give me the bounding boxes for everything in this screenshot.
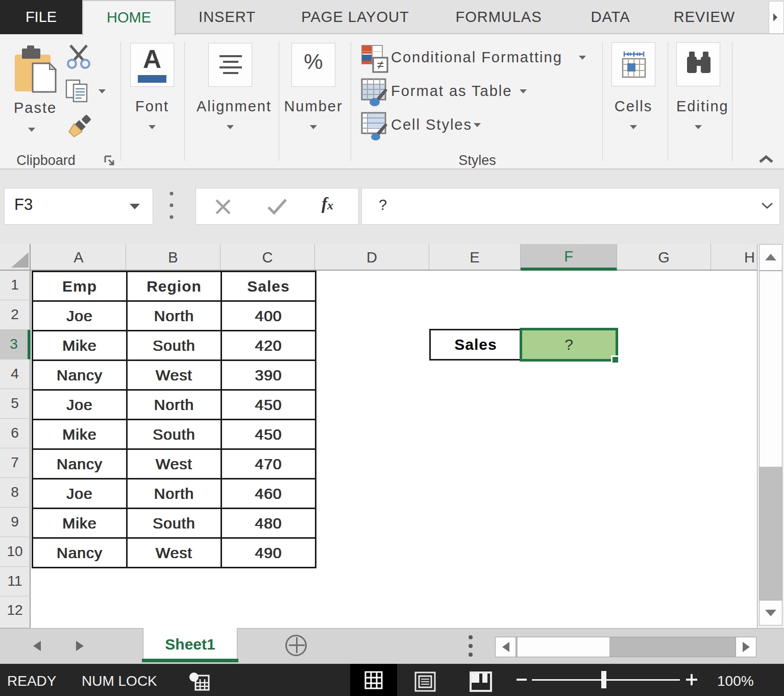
svg-text:≠: ≠ <box>377 58 383 71</box>
